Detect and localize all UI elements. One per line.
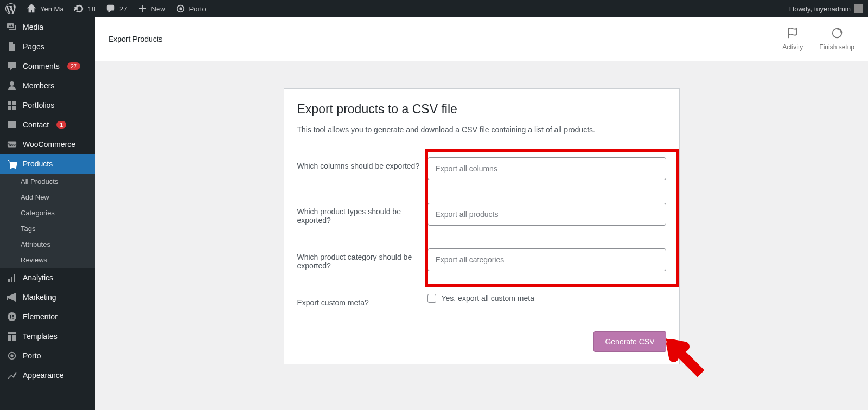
svg-rect-6 — [12, 106, 16, 110]
updates-icon — [74, 3, 85, 14]
target-icon — [175, 3, 186, 14]
svg-rect-13 — [14, 274, 15, 282]
activity-label: Activity — [782, 43, 803, 51]
elementor-icon — [7, 311, 17, 322]
category-select[interactable]: Export all categories — [427, 248, 666, 271]
updates[interactable]: 18 — [74, 3, 95, 14]
svg-rect-15 — [10, 315, 11, 318]
porto-link[interactable]: Porto — [175, 3, 206, 14]
svg-rect-19 — [8, 332, 16, 334]
greeting: Howdy, tuyenadmin — [789, 5, 851, 13]
porto-icon — [7, 350, 17, 361]
page-header: Export Products Activity Finish setup — [95, 17, 868, 61]
export-panel: Export products to a CSV file This tool … — [284, 88, 680, 364]
contact-icon — [7, 119, 17, 130]
media-icon — [7, 22, 17, 33]
activity-button[interactable]: Activity — [782, 27, 803, 51]
new-content[interactable]: New — [137, 3, 165, 14]
pages-icon — [7, 41, 17, 52]
svg-text:Woo: Woo — [8, 143, 16, 146]
comments-icon — [7, 61, 17, 72]
sidebar-item-pages[interactable]: Pages — [0, 37, 95, 56]
svg-rect-21 — [12, 335, 16, 341]
comments[interactable]: 27 — [105, 3, 127, 14]
sidebar-item-label: Marketing — [23, 293, 56, 302]
sidebar-item-elementor[interactable]: Elementor — [0, 307, 95, 326]
types-select[interactable]: Export all products — [427, 203, 666, 226]
sidebar-item-analytics[interactable]: Analytics — [0, 268, 95, 287]
types-label: Which product types should be exported? — [297, 203, 427, 225]
sidebar-item-contact[interactable]: Contact1 — [0, 115, 95, 134]
annotation-arrow-icon — [663, 336, 712, 379]
badge: 27 — [67, 62, 80, 70]
wordpress-icon — [5, 3, 16, 14]
meta-checkbox-label: Yes, export all custom meta — [442, 294, 534, 303]
sidebar-item-appearance[interactable]: Appearance — [0, 366, 95, 385]
sidebar-item-templates[interactable]: Templates — [0, 326, 95, 346]
portfolio-icon — [7, 100, 17, 111]
sidebar-item-label: Contact — [23, 120, 49, 129]
sidebar-item-marketing[interactable]: Marketing — [0, 287, 95, 307]
site-name[interactable]: Yen Ma — [26, 3, 64, 14]
page-title: Export Products — [108, 35, 163, 43]
marketing-icon — [7, 292, 17, 303]
sidebar-item-label: Analytics — [23, 273, 53, 282]
sidebar-item-label: Media — [23, 23, 43, 31]
svg-rect-17 — [12, 316, 14, 317]
sidebar-item-media[interactable]: Media — [0, 17, 95, 37]
sidebar-item-label: Members — [23, 81, 54, 90]
svg-rect-12 — [11, 277, 12, 282]
porto-label: Porto — [189, 5, 206, 13]
svg-point-10 — [15, 168, 16, 169]
sidebar-item-woocommerce[interactable]: WooWooCommerce — [0, 134, 95, 154]
generate-csv-button[interactable]: Generate CSV — [593, 331, 666, 352]
products-icon — [7, 158, 17, 169]
sidebar-item-portfolios[interactable]: Portfolios — [0, 95, 95, 115]
sidebar-item-porto[interactable]: Porto — [0, 346, 95, 366]
main-content: Export Products Activity Finish setup Ex… — [95, 17, 868, 410]
updates-count: 18 — [88, 5, 95, 13]
home-icon — [26, 3, 37, 14]
new-label: New — [151, 5, 165, 13]
woo-icon: Woo — [7, 139, 17, 150]
finish-setup-label: Finish setup — [819, 43, 854, 51]
submenu-item-all-products[interactable]: All Products — [0, 174, 95, 189]
svg-point-23 — [11, 355, 13, 357]
columns-label: Which columns should be exported? — [297, 157, 427, 170]
sidebar-item-products[interactable]: Products — [0, 154, 95, 174]
sidebar-item-label: Templates — [23, 332, 58, 341]
analytics-icon — [7, 272, 17, 283]
svg-rect-4 — [12, 101, 16, 105]
comments-count: 27 — [119, 5, 127, 13]
meta-label: Export custom meta? — [297, 294, 427, 307]
meta-checkbox[interactable] — [427, 294, 436, 303]
comment-icon — [105, 3, 116, 14]
avatar-icon — [854, 4, 863, 13]
svg-rect-20 — [8, 335, 11, 341]
panel-title: Export products to a CSV file — [297, 102, 666, 117]
progress-circle-icon — [819, 27, 854, 42]
sidebar-item-members[interactable]: Members — [0, 76, 95, 95]
sidebar-item-label: Appearance — [23, 371, 64, 380]
sidebar-item-comments[interactable]: Comments27 — [0, 56, 95, 76]
submenu-item-attributes[interactable]: Attributes — [0, 236, 95, 252]
submenu-item-categories[interactable]: Categories — [0, 205, 95, 221]
svg-rect-16 — [12, 315, 14, 316]
svg-rect-5 — [8, 106, 11, 110]
flag-icon — [782, 27, 803, 42]
templates-icon — [7, 331, 17, 342]
sidebar-item-label: Comments — [23, 62, 60, 71]
columns-select[interactable]: Export all columns — [427, 157, 666, 180]
svg-point-2 — [10, 81, 14, 86]
account[interactable]: Howdy, tuyenadmin — [789, 4, 863, 13]
submenu-item-reviews[interactable]: Reviews — [0, 252, 95, 268]
site-name-label: Yen Ma — [40, 5, 64, 13]
appearance-icon — [7, 370, 17, 381]
submenu-item-add-new[interactable]: Add New — [0, 189, 95, 205]
wp-logo[interactable] — [5, 3, 16, 14]
submenu-item-tags[interactable]: Tags — [0, 221, 95, 236]
badge: 1 — [56, 121, 66, 129]
admin-bar: Yen Ma 18 27 New Porto Howdy, tuyenadmin — [0, 0, 868, 17]
sidebar-item-label: WooCommerce — [23, 140, 75, 149]
finish-setup-button[interactable]: Finish setup — [819, 27, 854, 51]
